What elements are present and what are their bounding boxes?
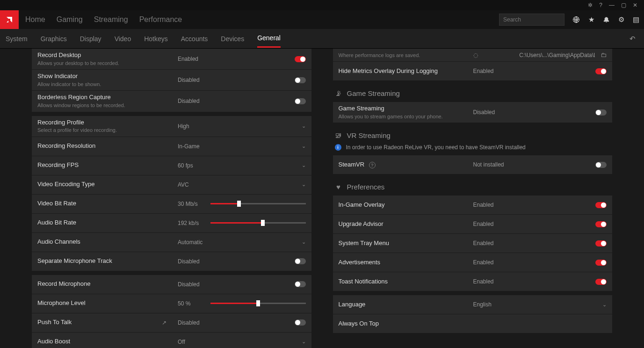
chevron-down-icon: ⌄ [302, 162, 306, 168]
left-column: Record DesktopAllows your desktop to be … [0, 49, 324, 348]
help-icon[interactable]: ? [599, 2, 602, 8]
tab-devices[interactable]: Devices [221, 30, 244, 47]
rec-basic-toggle-0[interactable] [295, 56, 306, 62]
pref-toggle-0[interactable] [595, 202, 607, 208]
rec-profile-row-2[interactable]: Recording FPS60 fps⌄ [32, 156, 311, 175]
rec-profile-label-3: Video Encoding Type [37, 181, 166, 188]
always-on-top-row[interactable]: Always On Top [333, 314, 613, 334]
log-path-desc: Where performance logs are saved. [339, 52, 462, 58]
game-streaming-value: Disabled [468, 106, 590, 118]
right-column: Where performance logs are saved. ◌ C:\U… [324, 49, 644, 348]
star-icon[interactable]: ★ [588, 15, 594, 24]
mic-slider-1[interactable] [210, 303, 306, 304]
pref-label-0: In-Game Overlay [339, 201, 462, 209]
microphone-block: Record MicrophoneDisabledMicrophone Leve… [32, 275, 311, 348]
chevron-down-icon: ⌄ [302, 123, 306, 129]
nav-streaming[interactable]: Streaming [94, 15, 128, 24]
bug-icon[interactable]: ✲ [588, 2, 593, 8]
chevron-down-icon: ⌄ [302, 239, 306, 245]
recording-basic-block: Record DesktopAllows your desktop to be … [32, 49, 311, 112]
rec-profile-row-3[interactable]: Video Encoding TypeAVC⌄ [32, 175, 311, 195]
rec-profile-label-5: Audio Bit Rate [37, 219, 166, 227]
bell-icon[interactable]: 🔔︎ [603, 16, 610, 24]
vr-streaming-title: VR Streaming [347, 131, 391, 139]
rec-basic-toggle-1[interactable] [295, 77, 306, 83]
pref-row-2: System Tray MenuEnabled [333, 234, 613, 253]
pref-toggle-3[interactable] [595, 260, 607, 266]
rec-profile-row-1[interactable]: Recording ResolutionIn-Game⌄ [32, 137, 311, 156]
nav-gaming[interactable]: Gaming [57, 15, 83, 24]
close-icon[interactable]: ✕ [633, 2, 637, 8]
tab-graphics[interactable]: Graphics [41, 30, 67, 47]
pref-toggle-1[interactable] [595, 221, 607, 227]
mic-toggle-0[interactable] [295, 281, 306, 287]
rec-profile-row-0[interactable]: Recording ProfileSelect a profile for vi… [32, 116, 311, 137]
mic-value-2: Disabled [172, 317, 289, 329]
rec-profile-label-7: Separate Microphone Track [37, 257, 166, 265]
panel-icon[interactable]: ▤ [633, 15, 639, 24]
hide-metrics-row: Hide Metrics Overlay During Logging Enab… [333, 62, 613, 81]
tab-video[interactable]: Video [115, 30, 131, 47]
vr-icon: 🖳 [335, 131, 342, 139]
steamvr-row: SteamVR ? Not installed [333, 155, 613, 174]
settings-icon[interactable]: ⚙ [618, 15, 624, 24]
rec-profile-value-5: 192 kb/s [172, 217, 205, 229]
nav-performance[interactable]: Performance [139, 15, 182, 24]
window-titlebar: ✲ ? — ▢ ✕ [0, 0, 644, 10]
main-nav: Home Gaming Streaming Performance [25, 15, 182, 24]
game-streaming-section: 📡︎ Game Streaming [335, 89, 613, 97]
rec-profile-label-2: Recording FPS [37, 161, 166, 169]
tab-hotkeys[interactable]: Hotkeys [144, 30, 168, 47]
nav-home[interactable]: Home [25, 15, 45, 24]
mic-toggle-2[interactable] [295, 319, 306, 326]
rec-profile-slider-4[interactable] [210, 203, 306, 204]
game-streaming-toggle[interactable] [595, 109, 607, 116]
pref-row-3: AdvertisementsEnabled [333, 253, 613, 272]
pref-row-4: Toast NotificationsEnabled [333, 272, 613, 291]
mic-label-0: Record Microphone [37, 280, 166, 288]
steamvr-label: SteamVR [339, 161, 365, 168]
globe-icon[interactable]: 🌐︎ [573, 16, 580, 24]
hide-metrics-toggle[interactable] [595, 68, 607, 74]
rec-basic-toggle-2[interactable] [295, 98, 306, 104]
rec-basic-sub-2: Allows window regions to be recorded. [37, 102, 166, 109]
preferences-title: Preferences [347, 183, 385, 191]
language-row[interactable]: Language English ⌄ [333, 295, 613, 314]
revert-icon[interactable]: ↶ [630, 35, 636, 43]
mic-row-3[interactable]: Audio BoostOff⌄ [32, 333, 311, 348]
hide-metrics-value: Enabled [468, 65, 590, 77]
rec-profile-value-6: Automatic [172, 236, 296, 248]
tab-accounts[interactable]: Accounts [181, 30, 208, 47]
search-box[interactable]: ⌕ [499, 14, 564, 26]
rec-basic-value-1: Disabled [172, 74, 289, 86]
maximize-icon[interactable]: ▢ [621, 2, 626, 8]
rec-profile-row-5: Audio Bit Rate192 kb/s [32, 214, 311, 233]
help-icon[interactable]: ? [369, 162, 376, 168]
pref-label-4: Toast Notifications [339, 278, 462, 286]
rec-profile-toggle-7[interactable] [295, 258, 306, 264]
rec-basic-label-1: Show Indicator [37, 72, 166, 80]
folder-icon[interactable]: 🗀 [601, 51, 607, 58]
tab-display[interactable]: Display [80, 30, 101, 47]
pref-toggle-2[interactable] [595, 240, 607, 246]
tab-general[interactable]: General [257, 29, 281, 48]
share-icon[interactable]: ↗ [162, 319, 166, 326]
game-streaming-row: Game Streaming Allows you to stream game… [333, 102, 613, 123]
rec-profile-value-0: High [172, 120, 296, 132]
rec-profile-row-6[interactable]: Audio ChannelsAutomatic⌄ [32, 233, 311, 252]
tab-system[interactable]: System [6, 30, 28, 47]
steamvr-toggle[interactable] [595, 162, 607, 168]
mic-label-3: Audio Boost [37, 338, 166, 346]
minimize-icon[interactable]: — [609, 2, 615, 8]
heart-icon: ♥ [335, 183, 342, 191]
pref-toggle-4[interactable] [595, 279, 607, 285]
content: Record DesktopAllows your desktop to be … [0, 49, 644, 348]
rec-profile-slider-5[interactable] [210, 222, 306, 224]
search-input[interactable] [502, 16, 574, 23]
rec-profile-value-1: In-Game [172, 140, 296, 152]
spinner-icon: ◌ [473, 52, 478, 58]
mic-value-1: 50 % [172, 297, 205, 310]
rec-basic-sub-1: Allow indicator to be shown. [37, 81, 166, 87]
amd-logo[interactable] [0, 10, 19, 29]
mic-value-0: Disabled [172, 278, 289, 290]
